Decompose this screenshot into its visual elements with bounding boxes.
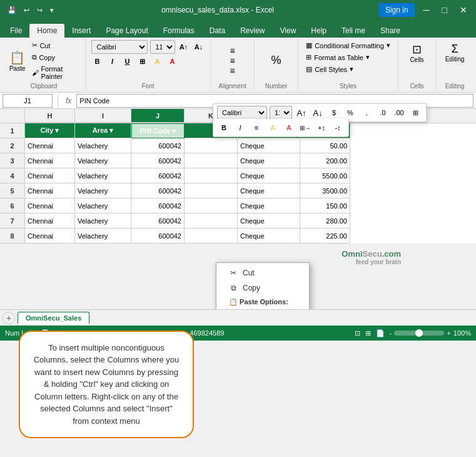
cell-K7[interactable]: [185, 213, 238, 228]
tab-tell-me[interactable]: Tell me: [334, 24, 373, 38]
cells-button[interactable]: ⊡ Cells: [402, 40, 432, 66]
cell-K6[interactable]: [185, 198, 238, 213]
view-page-layout-icon[interactable]: 📄: [376, 329, 385, 337]
row-header-5[interactable]: 5: [0, 183, 25, 198]
cell-H3[interactable]: Chennai: [25, 153, 75, 168]
mini-delete-rows-button[interactable]: -↕: [331, 121, 345, 135]
mini-align-button[interactable]: ≡: [250, 121, 263, 135]
mini-currency[interactable]: $: [327, 106, 341, 120]
tab-page-layout[interactable]: Page Layout: [98, 24, 155, 38]
mini-merge-button[interactable]: ⊞→: [298, 121, 312, 135]
cut-button[interactable]: ✂ Cut: [29, 40, 81, 51]
mini-percent[interactable]: %: [343, 106, 357, 120]
cell-M7[interactable]: 280.00: [300, 213, 350, 228]
col-header-J[interactable]: J: [131, 109, 185, 123]
cell-H4[interactable]: Chennai: [25, 168, 75, 183]
paste-button[interactable]: 📋 Paste: [6, 48, 28, 74]
cell-L5[interactable]: Cheque: [238, 183, 300, 198]
mini-insert-rows-button[interactable]: +↕: [315, 121, 328, 135]
tab-view[interactable]: View: [273, 24, 304, 38]
copy-button[interactable]: ⧉ Copy: [29, 52, 81, 63]
italic-button[interactable]: I: [106, 55, 119, 68]
cell-I8[interactable]: Velachery: [75, 228, 131, 244]
row-header-2[interactable]: 2: [0, 138, 25, 153]
row-header-7[interactable]: 7: [0, 213, 25, 228]
mini-increase-decimal[interactable]: .0: [376, 106, 390, 120]
fill-color-button[interactable]: A: [151, 55, 164, 68]
cell-H5[interactable]: Chennai: [25, 183, 75, 198]
editing-button[interactable]: Σ Editing: [440, 40, 470, 65]
tab-home[interactable]: Home: [29, 24, 64, 38]
cell-H6[interactable]: Chennai: [25, 198, 75, 213]
alignment-button[interactable]: ≡≡≡: [220, 43, 245, 78]
cell-styles-button[interactable]: ▤ Cell Styles ▾: [302, 64, 394, 74]
cell-M4[interactable]: 5500.00: [300, 168, 350, 183]
cell-M2[interactable]: 50.00: [300, 138, 350, 153]
cell-I7[interactable]: Velachery: [75, 213, 131, 228]
row-header-1[interactable]: 1: [0, 123, 25, 138]
sign-in-button[interactable]: Sign in: [379, 3, 415, 17]
maximize-button[interactable]: □: [438, 4, 451, 16]
minimize-button[interactable]: ─: [420, 4, 433, 16]
cell-K3[interactable]: [185, 153, 238, 168]
cell-J8[interactable]: 600042: [131, 228, 185, 244]
tab-file[interactable]: File: [3, 24, 29, 38]
cell-H2[interactable]: Chennai: [25, 138, 75, 153]
close-button[interactable]: ✕: [456, 4, 471, 16]
cell-J3[interactable]: 600042: [131, 153, 185, 168]
zoom-slider[interactable]: [394, 331, 444, 336]
zoom-out-icon[interactable]: -: [390, 329, 392, 337]
row-header-3[interactable]: 3: [0, 153, 25, 168]
add-sheet-button[interactable]: +: [3, 312, 15, 324]
undo-icon[interactable]: ↩: [21, 5, 32, 16]
cell-K5[interactable]: [185, 183, 238, 198]
row-header-8[interactable]: 8: [0, 228, 25, 244]
cell-K2[interactable]: [185, 138, 238, 153]
mini-fill-color-button[interactable]: A: [266, 121, 280, 135]
cell-L6[interactable]: Cheque: [238, 198, 300, 213]
cell-L8[interactable]: Cheque: [238, 228, 300, 244]
cell-J4[interactable]: 600042: [131, 168, 185, 183]
cell-M8[interactable]: 225.00: [300, 228, 350, 244]
zoom-in-icon[interactable]: +: [447, 329, 450, 337]
view-normal-icon[interactable]: ⊡: [355, 329, 360, 337]
view-page-break-icon[interactable]: ⊞: [365, 329, 371, 337]
cell-J2[interactable]: 600042: [131, 138, 185, 153]
name-box[interactable]: [3, 94, 53, 108]
cell-H8[interactable]: Chennai: [25, 228, 75, 244]
cell-I5[interactable]: Velachery: [75, 183, 131, 198]
cell-J1[interactable]: PIN Code ▾: [131, 123, 185, 138]
tab-formulas[interactable]: Formulas: [156, 24, 202, 38]
underline-button[interactable]: U: [121, 55, 134, 68]
cell-I1[interactable]: Area ▾: [75, 123, 131, 138]
cell-L2[interactable]: Cheque: [238, 138, 300, 153]
row-header-4[interactable]: 4: [0, 168, 25, 183]
row-header-6[interactable]: 6: [0, 198, 25, 213]
cell-L3[interactable]: Cheque: [238, 153, 300, 168]
ctx-cut[interactable]: ✂ Cut: [216, 265, 309, 280]
customize-icon[interactable]: ▾: [48, 5, 56, 16]
col-header-H[interactable]: H: [25, 109, 75, 123]
number-button[interactable]: %: [264, 51, 289, 69]
mini-font-select[interactable]: Calibri: [217, 106, 267, 120]
mini-decrease-font[interactable]: A↓: [311, 106, 325, 120]
cell-K4[interactable]: [185, 168, 238, 183]
font-color-button[interactable]: A: [166, 55, 179, 68]
mini-comma[interactable]: ,: [360, 106, 373, 120]
tab-review[interactable]: Review: [233, 24, 272, 38]
cell-H7[interactable]: Chennai: [25, 213, 75, 228]
cell-M5[interactable]: 3500.00: [300, 183, 350, 198]
cell-I2[interactable]: Velachery: [75, 138, 131, 153]
sheet-tab-omnisecu-sales[interactable]: OmniSecu_Sales: [18, 312, 89, 324]
mini-increase-font[interactable]: A↑: [295, 106, 308, 120]
cell-K8[interactable]: [185, 228, 238, 244]
border-button[interactable]: ⊞: [136, 55, 149, 68]
tab-insert[interactable]: Insert: [64, 24, 98, 38]
font-size-select[interactable]: 11: [150, 40, 175, 54]
format-as-table-button[interactable]: ⊞ Format as Table ▾: [302, 52, 394, 63]
mini-decrease-decimal[interactable]: .00: [392, 106, 406, 120]
mini-italic-button[interactable]: I: [233, 121, 247, 135]
cell-L7[interactable]: Cheque: [238, 213, 300, 228]
tab-share[interactable]: Share: [373, 24, 408, 38]
mini-bold-button[interactable]: B: [217, 121, 231, 135]
